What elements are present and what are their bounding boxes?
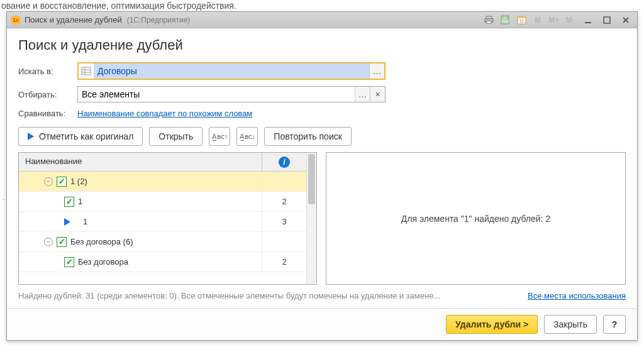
row-search-in: Искать в: …: [18, 62, 626, 80]
compare-link[interactable]: Наименование совпадает по похожим словам: [77, 109, 252, 118]
table-row[interactable]: − ✓ 1 (2): [19, 172, 306, 192]
row-label: Без договора (6): [70, 237, 133, 246]
svg-rect-18: [82, 67, 91, 75]
filter-more-button[interactable]: …: [355, 87, 370, 102]
open-label: Открыть: [158, 131, 193, 141]
status-bar: Найдено дублей: 31 (среди элементов: 0).…: [18, 291, 626, 300]
background-text: ование и восстановление, оптимизация быс…: [0, 1, 236, 11]
mark-original-button[interactable]: Отметить как оригинал: [18, 127, 143, 146]
memory-m-plus[interactable]: M+: [548, 14, 560, 26]
close-label: Закрыть: [553, 319, 587, 329]
window-subtitle: (1С:Предприятие): [127, 16, 191, 25]
label-compare: Сравнивать:: [18, 109, 72, 118]
svg-point-6: [504, 20, 506, 21]
case-up-button[interactable]: A̲ʙᴄ↑: [209, 127, 230, 146]
modal-window: 1c Поиск и удаление дублей (1С:Предприят…: [6, 11, 638, 341]
details-text: Для элемента "1" найдено дублей: 2: [401, 214, 550, 224]
filter-input-wrap[interactable]: … ×: [77, 86, 386, 102]
scrollbar-thumb[interactable]: [308, 154, 315, 204]
svg-rect-4: [502, 17, 508, 19]
col-name[interactable]: Наименование: [19, 153, 262, 171]
close-button[interactable]: Закрыть: [544, 315, 597, 334]
tree-panel: Наименование i − ✓ 1 (2): [18, 152, 317, 285]
page-title: Поиск и удаление дублей: [18, 37, 626, 53]
repeat-search-button[interactable]: Повторить поиск: [264, 127, 352, 146]
info-icon: i: [279, 157, 290, 168]
window-title: Поиск и удаление дублей: [25, 15, 122, 25]
checkbox[interactable]: ✓: [64, 257, 74, 267]
svg-point-10: [506, 22, 508, 23]
close-icon[interactable]: [618, 14, 633, 26]
background-link: _: [3, 196, 4, 200]
svg-rect-14: [585, 22, 591, 23]
help-button[interactable]: ?: [603, 315, 626, 334]
titlebar: 1c Поиск и удаление дублей (1С:Предприят…: [7, 12, 637, 28]
filter-input[interactable]: [78, 87, 355, 102]
expander-icon[interactable]: −: [44, 177, 53, 186]
arrow-right-icon: [28, 133, 34, 140]
row-label: 1: [78, 197, 82, 206]
content: Поиск и удаление дублей Искать в: … Отби…: [7, 28, 637, 308]
svg-point-7: [506, 20, 508, 21]
abc-up-icon: A̲ʙᴄ↑: [212, 133, 228, 140]
catalog-icon: [79, 63, 94, 79]
svg-point-8: [502, 22, 504, 23]
row-label: 1: [83, 217, 87, 226]
row-info: 2: [262, 257, 306, 267]
print-icon[interactable]: [482, 14, 495, 26]
tree-header: Наименование i: [19, 153, 306, 172]
row-label: 1 (2): [70, 177, 87, 186]
table-row[interactable]: − ✓ Без договора (6): [19, 232, 306, 252]
checkbox[interactable]: ✓: [57, 237, 67, 247]
calendar-icon[interactable]: 31: [515, 14, 528, 26]
expander-icon[interactable]: −: [44, 238, 53, 246]
open-button[interactable]: Открыть: [149, 127, 203, 146]
row-info: 2: [262, 197, 306, 206]
svg-rect-12: [518, 16, 526, 18]
row-compare: Сравнивать: Наименование совпадает по по…: [18, 109, 626, 118]
original-icon: [64, 218, 70, 226]
status-text: Найдено дублей: 31 (среди элементов: 0).…: [18, 291, 523, 300]
svg-text:31: 31: [519, 19, 524, 23]
mid-panes: Наименование i − ✓ 1 (2): [18, 152, 626, 285]
label-filter: Отбирать:: [18, 90, 72, 99]
table-row[interactable]: 1 3: [19, 212, 306, 232]
tree-rows: − ✓ 1 (2) ✓ 1 2: [19, 172, 306, 284]
minimize-icon[interactable]: [580, 14, 596, 26]
toolbar: Отметить как оригинал Открыть A̲ʙᴄ↑ A̲ʙᴄ…: [18, 127, 626, 146]
delete-duplicates-button[interactable]: Удалить дубли >: [446, 315, 538, 334]
svg-point-5: [502, 20, 504, 21]
table-row[interactable]: ✓ Без договора 2: [19, 252, 306, 272]
svg-rect-0: [486, 16, 491, 19]
table-row[interactable]: ✓ 1 2: [19, 192, 306, 212]
logo-1c-icon: 1c: [11, 15, 21, 25]
label-search-in: Искать в:: [18, 67, 72, 76]
row-label: Без договора: [78, 257, 128, 267]
col-info[interactable]: i: [262, 153, 306, 171]
memory-m[interactable]: M: [531, 14, 544, 26]
repeat-search-label: Повторить поиск: [274, 131, 342, 141]
search-in-input[interactable]: [94, 63, 369, 79]
details-pane: Для элемента "1" найдено дублей: 2: [326, 152, 626, 285]
memory-m-minus[interactable]: M-: [564, 14, 577, 26]
svg-rect-15: [604, 17, 610, 23]
row-info: 3: [262, 217, 306, 226]
mark-original-label: Отметить как оригинал: [39, 131, 133, 141]
svg-rect-2: [486, 21, 491, 23]
search-in-more-button[interactable]: …: [369, 63, 384, 79]
delete-label: Удалить дубли >: [455, 319, 528, 329]
scrollbar[interactable]: [306, 153, 316, 284]
help-label: ?: [612, 319, 618, 329]
all-usages-link[interactable]: Все места использования: [528, 291, 626, 300]
search-in-input-wrap[interactable]: …: [77, 62, 386, 80]
row-filter: Отбирать: … ×: [18, 86, 626, 102]
filter-clear-button[interactable]: ×: [370, 87, 385, 102]
footer: Удалить дубли > Закрыть ?: [7, 308, 637, 340]
calculator-icon[interactable]: [499, 14, 511, 26]
checkbox[interactable]: ✓: [57, 177, 67, 187]
abc-down-icon: A̲ʙᴄ↓: [240, 133, 256, 140]
case-down-button[interactable]: A̲ʙᴄ↓: [236, 127, 258, 146]
checkbox[interactable]: ✓: [64, 197, 74, 207]
svg-point-9: [504, 22, 506, 23]
maximize-icon[interactable]: [599, 14, 614, 26]
